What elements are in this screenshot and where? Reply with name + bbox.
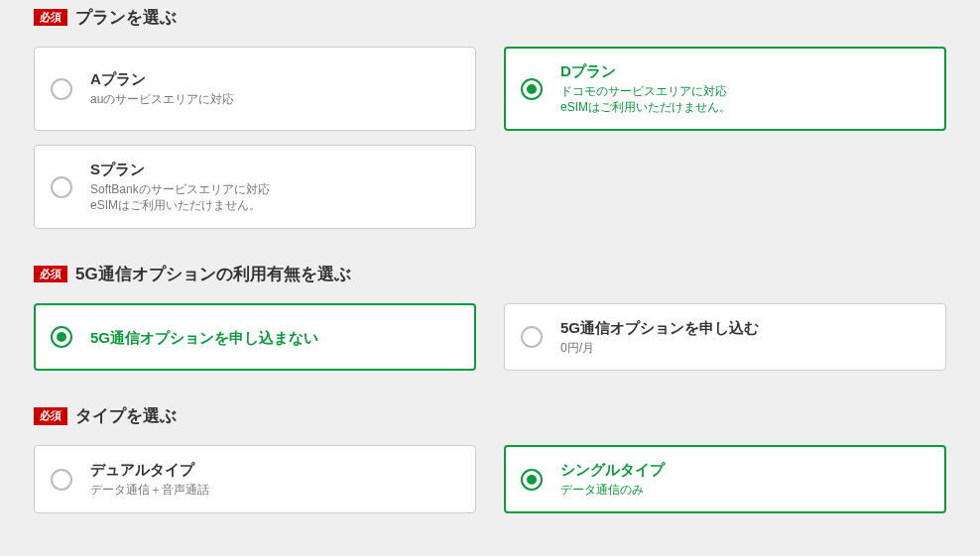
type-option-single[interactable]: シングルタイプ データ通信のみ: [504, 445, 946, 512]
section-plan-title: プランを選ぶ: [75, 6, 177, 29]
plan-option-a-desc: auのサービスエリアに対応: [90, 91, 234, 108]
plan-option-a-title: Aプラン: [90, 69, 234, 89]
required-badge: 必須: [34, 266, 67, 282]
plan-option-a-body: Aプラン auのサービスエリアに対応: [90, 69, 234, 107]
type-option-single-desc: データ通信のみ: [560, 482, 665, 499]
type-option-dual-body: デュアルタイプ データ通信＋音声通話: [90, 460, 209, 498]
section-type-header: 必須 タイプを選ぶ: [34, 398, 946, 427]
type-option-dual-desc: データ通信＋音声通話: [90, 482, 209, 499]
fiveg-option-decline[interactable]: 5G通信オプションを申し込まない: [34, 303, 476, 371]
section-5g: 必須 5G通信オプションの利用有無を選ぶ 5G通信オプションを申し込まない 5G…: [0, 257, 980, 371]
type-option-single-body: シングルタイプ データ通信のみ: [560, 460, 665, 498]
fiveg-options-grid: 5G通信オプションを申し込まない 5G通信オプションを申し込む 0円/月: [34, 303, 946, 371]
type-options-grid: デュアルタイプ データ通信＋音声通話 シングルタイプ データ通信のみ: [34, 445, 946, 512]
required-badge: 必須: [34, 407, 67, 424]
radio-icon: [51, 469, 72, 491]
type-option-dual[interactable]: デュアルタイプ データ通信＋音声通話: [34, 445, 476, 512]
section-plan-header: 必須 プランを選ぶ: [34, 0, 946, 29]
section-5g-header: 必須 5G通信オプションの利用有無を選ぶ: [34, 257, 946, 285]
radio-icon: [521, 78, 543, 100]
plan-options-grid: Aプラン auのサービスエリアに対応 Dプラン ドコモのサービスエリアに対応 e…: [34, 47, 946, 229]
plan-option-d-desc: ドコモのサービスエリアに対応 eSIMはご利用いただけません。: [560, 83, 731, 117]
plan-option-s-body: Sプラン SoftBankのサービスエリアに対応 eSIMはご利用いただけません…: [90, 160, 270, 214]
section-type: 必須 タイプを選ぶ デュアルタイプ データ通信＋音声通話 シングルタイプ データ…: [0, 398, 980, 512]
fiveg-option-decline-body: 5G通信オプションを申し込まない: [90, 328, 318, 348]
plan-option-d[interactable]: Dプラン ドコモのサービスエリアに対応 eSIMはご利用いただけません。: [504, 47, 946, 131]
section-plan: 必須 プランを選ぶ Aプラン auのサービスエリアに対応 Dプラン ドコモのサー…: [0, 0, 980, 229]
plan-option-d-body: Dプラン ドコモのサービスエリアに対応 eSIMはご利用いただけません。: [560, 61, 731, 116]
plan-option-a[interactable]: Aプラン auのサービスエリアに対応: [34, 47, 476, 131]
plan-option-d-title: Dプラン: [560, 61, 731, 81]
fiveg-option-apply-body: 5G通信オプションを申し込む 0円/月: [560, 318, 759, 356]
radio-icon: [521, 469, 543, 491]
type-option-dual-title: デュアルタイプ: [90, 460, 209, 480]
radio-icon: [51, 176, 72, 198]
fiveg-option-decline-title: 5G通信オプションを申し込まない: [90, 328, 318, 348]
section-5g-title: 5G通信オプションの利用有無を選ぶ: [75, 263, 351, 285]
type-option-single-title: シングルタイプ: [560, 460, 665, 480]
radio-icon: [521, 326, 543, 348]
plan-option-s-desc: SoftBankのサービスエリアに対応 eSIMはご利用いただけません。: [90, 181, 270, 215]
required-badge: 必須: [34, 9, 67, 26]
radio-icon: [51, 78, 72, 100]
fiveg-option-apply[interactable]: 5G通信オプションを申し込む 0円/月: [504, 303, 946, 371]
section-type-title: タイプを選ぶ: [75, 404, 177, 427]
plan-option-s-title: Sプラン: [90, 160, 270, 179]
fiveg-option-apply-desc: 0円/月: [560, 340, 759, 357]
radio-icon: [51, 326, 72, 348]
plan-option-s[interactable]: Sプラン SoftBankのサービスエリアに対応 eSIMはご利用いただけません…: [34, 145, 476, 229]
fiveg-option-apply-title: 5G通信オプションを申し込む: [560, 318, 759, 338]
